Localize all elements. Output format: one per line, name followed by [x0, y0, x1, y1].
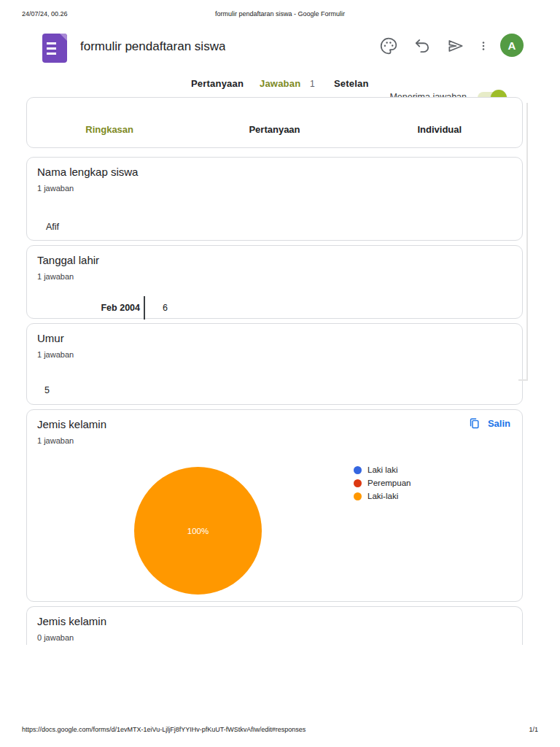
answer-count: 1 jawaban — [37, 350, 74, 359]
tab-pertanyaan[interactable]: Pertanyaan — [191, 78, 244, 89]
legend-item: Perempuan — [354, 479, 411, 487]
response-card-jemis-kelamin: Jemis kelamin 1 jawaban Salin 100% Laki … — [26, 409, 523, 602]
tab-pertanyaan-summary[interactable]: Pertanyaan — [192, 124, 357, 146]
chart-axis-category: Feb 2004 — [71, 303, 140, 313]
question-title: Jemis kelamin — [37, 615, 106, 627]
answer-value: 5 — [44, 385, 50, 395]
summary-tabs: Ringkasan Pertanyaan Individual — [27, 124, 522, 146]
chart-legend: Laki laki Perempuan Laki-laki — [354, 465, 411, 505]
print-url: https://docs.google.com/forms/d/1evMTX-1… — [22, 726, 306, 733]
google-forms-icon[interactable] — [42, 34, 67, 63]
copy-icon — [468, 417, 481, 430]
answer-count: 1 jawaban — [37, 184, 74, 193]
legend-label: Perempuan — [368, 479, 411, 487]
response-card-tanggal: Tanggal lahir 1 jawaban Feb 2004 6 — [26, 245, 523, 319]
answer-count: 0 jawaban — [37, 633, 74, 642]
question-title: Jemis kelamin — [37, 418, 106, 430]
more-options-icon[interactable] — [477, 36, 490, 55]
tab-ringkasan[interactable]: Ringkasan — [27, 124, 192, 146]
app-header: formulir pendaftaran siswa — [26, 32, 534, 70]
legend-item: Laki laki — [354, 465, 411, 474]
scrollbar-end — [518, 379, 528, 381]
undo-icon[interactable] — [413, 36, 432, 55]
answer-value: Afif — [46, 222, 59, 232]
legend-item: Laki-laki — [354, 492, 411, 500]
question-title: Umur — [37, 332, 64, 344]
print-doc-title: formulir pendaftaran siswa - Google Form… — [0, 10, 560, 18]
list-bar — [47, 42, 56, 44]
response-card-nama: Nama lengkap siswa 1 jawaban Afif — [26, 157, 523, 241]
form-title-input[interactable]: formulir pendaftaran siswa — [80, 39, 225, 54]
copy-button-label: Salin — [488, 418, 510, 429]
send-icon[interactable] — [446, 36, 465, 55]
palette-icon[interactable] — [379, 36, 398, 55]
folded-corner — [60, 34, 67, 41]
question-title: Tanggal lahir — [37, 254, 99, 266]
legend-dot — [354, 466, 362, 474]
account-avatar[interactable]: A — [500, 34, 524, 57]
response-card-jemis-kelamin-2: Jemis kelamin 0 jawaban — [26, 606, 523, 645]
question-title: Nama lengkap siswa — [37, 166, 138, 178]
scrollbar-track[interactable] — [526, 103, 528, 380]
legend-dot — [354, 479, 362, 487]
pie-slice-label: 100% — [187, 527, 209, 535]
response-card-umur: Umur 1 jawaban 5 — [26, 323, 523, 405]
copy-button[interactable]: Salin — [468, 414, 510, 432]
answer-count: 1 jawaban — [37, 272, 74, 281]
answer-count: 1 jawaban — [37, 436, 74, 445]
chart-axis-value: 6 — [163, 303, 168, 313]
legend-dot — [354, 492, 362, 500]
jawaban-count-badge: 1 — [310, 79, 315, 89]
list-bar — [47, 47, 56, 50]
chart-axis-line — [144, 296, 145, 320]
summary-tabs-card: Ringkasan Pertanyaan Individual — [26, 97, 523, 148]
tab-individual[interactable]: Individual — [357, 124, 522, 146]
list-bar — [47, 53, 56, 55]
legend-label: Laki laki — [368, 465, 398, 474]
tab-jawaban[interactable]: Jawaban — [260, 78, 300, 89]
tab-setelan[interactable]: Setelan — [334, 78, 369, 89]
legend-label: Laki-laki — [368, 492, 398, 500]
print-page-number: 1/1 — [529, 726, 538, 733]
pie-chart: 100% — [134, 467, 262, 595]
